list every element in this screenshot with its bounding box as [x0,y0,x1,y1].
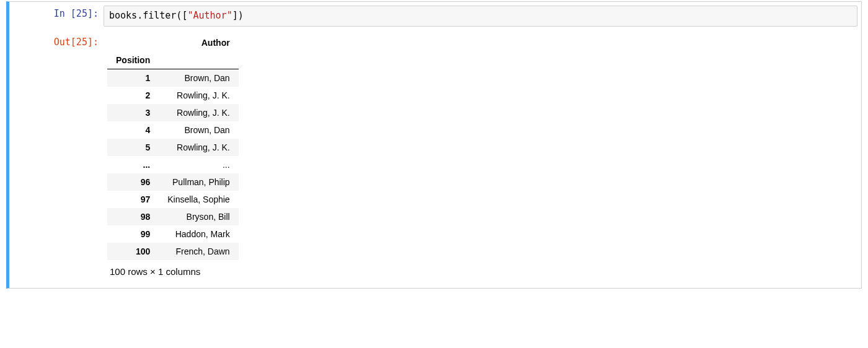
table-row: 96Pullman, Philip [107,173,239,191]
dataframe-body: 1Brown, Dan2Rowling, J. K.3Rowling, J. K… [107,69,239,260]
cell-author: Rowling, J. K. [159,87,238,104]
row-index: 96 [107,173,159,191]
cell-author: Brown, Dan [159,69,238,87]
column-header-author: Author [159,34,238,51]
row-index: 3 [107,104,159,121]
table-row: 4Brown, Dan [107,121,239,139]
notebook-cell: In [25]: books.filter(["Author"]) Out[25… [6,1,862,289]
table-row: 3Rowling, J. K. [107,104,239,121]
cell-author: Bryson, Bill [159,208,238,225]
input-row: In [25]: books.filter(["Author"]) [9,2,861,30]
table-row: 2Rowling, J. K. [107,87,239,104]
row-index: ... [107,156,159,173]
dataframe-summary: 100 rows × 1 columns [107,260,856,279]
output-area: Author Position 1Brown, Dan2Rowling, J. … [104,33,861,285]
code-token: books.filter([ [109,10,187,21]
cell-author: Rowling, J. K. [159,139,238,156]
out-prompt: Out[25]: [9,33,104,51]
in-prompt: In [25]: [9,4,104,23]
blank-header [159,51,238,69]
row-index: 98 [107,208,159,225]
code-token: ]) [232,10,244,21]
blank-header [107,34,159,51]
table-row: ...... [107,156,239,173]
cell-author: French, Dawn [159,243,238,260]
index-name: Position [107,51,159,69]
row-index: 99 [107,225,159,243]
cell-author: Kinsella, Sophie [159,191,238,208]
table-row: 100French, Dawn [107,243,239,260]
row-index: 97 [107,191,159,208]
output-row: Out[25]: Author Position 1Brown, Dan2Row… [9,30,861,288]
table-row: 98Bryson, Bill [107,208,239,225]
row-index: 5 [107,139,159,156]
cell-author: Haddon, Mark [159,225,238,243]
table-row: 5Rowling, J. K. [107,139,239,156]
code-string-token: "Author" [187,10,232,21]
row-index: 100 [107,243,159,260]
cell-author: Brown, Dan [159,121,238,139]
row-index: 1 [107,69,159,87]
cell-author: ... [159,156,238,173]
cell-author: Rowling, J. K. [159,104,238,121]
cell-author: Pullman, Philip [159,173,238,191]
dataframe-table: Author Position 1Brown, Dan2Rowling, J. … [107,34,239,260]
row-index: 2 [107,87,159,104]
table-row: 1Brown, Dan [107,69,239,87]
table-row: 97Kinsella, Sophie [107,191,239,208]
code-input[interactable]: books.filter(["Author"]) [104,6,857,27]
table-row: 99Haddon, Mark [107,225,239,243]
row-index: 4 [107,121,159,139]
